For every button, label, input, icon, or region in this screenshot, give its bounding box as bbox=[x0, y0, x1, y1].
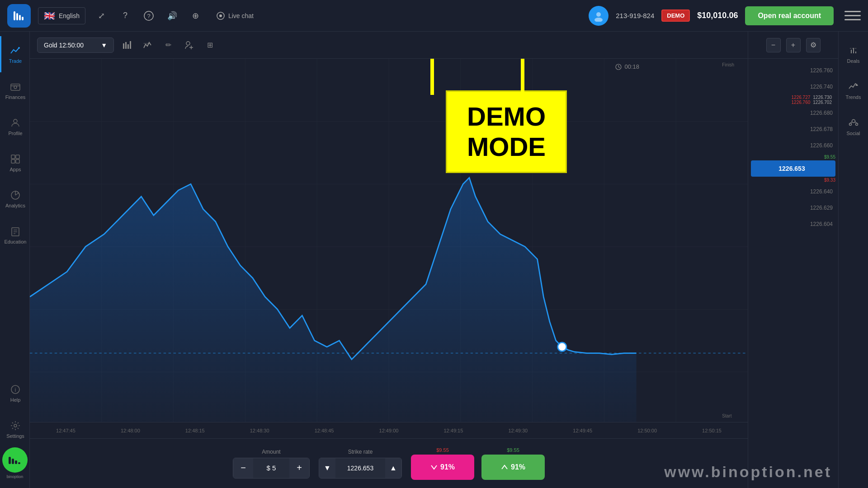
svg-rect-36 bbox=[127, 44, 129, 49]
strike-control: ▼ 1226.653 ▲ bbox=[319, 458, 402, 479]
svg-rect-17 bbox=[11, 160, 15, 163]
strike-rate-label: Strike rate bbox=[319, 449, 402, 455]
binoption-brand: binoption bbox=[7, 474, 24, 479]
strike-section: Strike rate ▼ 1226.653 ▲ bbox=[319, 449, 402, 479]
time-label-1: 12:48:00 bbox=[98, 428, 163, 433]
user-plus-icon[interactable] bbox=[181, 37, 197, 53]
zoom-out-button[interactable]: − bbox=[766, 38, 781, 52]
time-label-7: 12:49:30 bbox=[486, 428, 550, 433]
buy-button[interactable]: 91% bbox=[481, 455, 545, 480]
svg-rect-31 bbox=[12, 459, 14, 464]
chart-container: Gold 12:50:00 ▼ ✏ bbox=[30, 32, 748, 488]
svg-rect-33 bbox=[18, 462, 20, 464]
volume-icon[interactable]: 🔊 bbox=[165, 9, 179, 23]
zoom-in-button[interactable]: + bbox=[786, 38, 801, 52]
svg-point-72 bbox=[855, 123, 858, 125]
price-chart bbox=[30, 59, 748, 422]
price-item-4a: 1226.760 bbox=[792, 100, 811, 105]
chart-timer: 00:18 bbox=[615, 63, 639, 70]
main-layout: Trade Finances Profile Apps bbox=[0, 32, 868, 488]
question-icon[interactable]: ? bbox=[118, 9, 132, 23]
svg-point-71 bbox=[849, 123, 851, 125]
demo-text-line1: DEMO bbox=[467, 102, 546, 132]
svg-rect-32 bbox=[15, 460, 17, 464]
svg-rect-16 bbox=[16, 155, 19, 159]
svg-rect-2 bbox=[19, 15, 21, 20]
sidebar-item-trade[interactable]: Trade bbox=[0, 36, 30, 72]
time-labels: 12:47:45 12:48:00 12:48:15 12:48:30 12:4… bbox=[30, 422, 748, 438]
strike-up-button[interactable]: ▲ bbox=[385, 458, 401, 478]
settings-ring-icon[interactable]: ⊕ bbox=[189, 9, 203, 23]
asset-name: Gold 12:50:00 bbox=[44, 42, 84, 49]
fullscreen-icon[interactable]: ⤢ bbox=[94, 9, 109, 23]
header-icons: ⤢ ? ? 🔊 ⊕ Live chat bbox=[94, 9, 254, 23]
svg-point-7 bbox=[219, 14, 222, 17]
svg-point-14 bbox=[14, 119, 17, 123]
header-right: 213-919-824 DEMO $10,010.06 Open real ac… bbox=[589, 6, 861, 26]
svg-rect-0 bbox=[14, 11, 15, 20]
panel-settings-button[interactable]: ⚙ bbox=[806, 38, 821, 52]
flag-icon: 🇬🇧 bbox=[44, 10, 55, 21]
social-label: Social bbox=[847, 131, 860, 136]
sidebar-item-profile[interactable]: Profile bbox=[0, 108, 30, 145]
price-item-0: 1226.760 bbox=[748, 62, 838, 79]
svg-point-12 bbox=[14, 86, 17, 89]
sidebar-item-education[interactable]: Education bbox=[0, 217, 30, 253]
sidebar-item-settings[interactable]: Settings bbox=[0, 411, 30, 447]
live-chat-button[interactable]: Live chat bbox=[217, 12, 254, 20]
price-item-4b: 1226.702 bbox=[813, 100, 832, 105]
svg-rect-35 bbox=[125, 42, 127, 49]
right-sidebar-item-social[interactable]: Social bbox=[839, 108, 868, 145]
sidebar-item-finances[interactable]: Finances bbox=[0, 72, 30, 108]
sidebar-finances-label: Finances bbox=[5, 94, 26, 100]
bar-chart-icon[interactable] bbox=[118, 37, 135, 53]
sidebar-education-label: Education bbox=[5, 239, 27, 244]
right-panel-controls: − + ⚙ bbox=[748, 32, 838, 59]
sidebar-item-help[interactable]: i Help bbox=[0, 375, 30, 411]
account-id: 213-919-824 bbox=[616, 12, 654, 19]
amount-control: − + bbox=[233, 458, 310, 479]
hamburger-menu[interactable] bbox=[844, 8, 861, 24]
amount-minus-button[interactable]: − bbox=[233, 458, 253, 478]
right-sidebar-item-deals[interactable]: Deals bbox=[839, 36, 868, 72]
right-sidebar-item-trends[interactable]: Trends bbox=[839, 72, 868, 108]
sell-button[interactable]: 91% bbox=[411, 455, 474, 480]
buy-pct: 91% bbox=[511, 463, 525, 471]
open-account-button[interactable]: Open real account bbox=[745, 6, 834, 25]
sell-section: $9.55 91% $9.55 bbox=[411, 447, 545, 480]
pencil-icon[interactable]: ✏ bbox=[160, 37, 176, 53]
svg-text:?: ? bbox=[147, 13, 150, 19]
price-item-2b: 1226.730 bbox=[813, 95, 832, 100]
price-item-8: 1226.660 bbox=[748, 137, 838, 154]
sidebar-analytics-label: Analytics bbox=[5, 203, 25, 208]
payout-buy-label: $9.55 bbox=[481, 447, 545, 453]
amount-plus-button[interactable]: + bbox=[289, 458, 309, 478]
svg-point-8 bbox=[596, 12, 601, 17]
help-icon[interactable]: ? bbox=[142, 9, 156, 23]
demo-text-line2: MODE bbox=[467, 132, 546, 162]
time-label-9: 12:50:00 bbox=[615, 428, 679, 433]
line-chart-icon[interactable] bbox=[139, 37, 156, 53]
amount-input[interactable] bbox=[253, 458, 289, 478]
amount-section: Amount − + bbox=[233, 449, 310, 479]
sidebar-item-analytics[interactable]: Analytics bbox=[0, 181, 30, 217]
svg-point-28 bbox=[14, 424, 17, 427]
grid-icon[interactable]: ⊞ bbox=[202, 37, 218, 53]
language-selector[interactable]: 🇬🇧 English bbox=[38, 7, 85, 24]
sidebar-trade-label: Trade bbox=[9, 58, 22, 64]
asset-selector[interactable]: Gold 12:50:00 ▼ bbox=[37, 38, 114, 53]
price-item-12: 1226.604 bbox=[748, 216, 838, 232]
sidebar-item-apps[interactable]: Apps bbox=[0, 145, 30, 181]
sidebar-profile-label: Profile bbox=[8, 131, 22, 136]
avatar bbox=[589, 6, 609, 26]
binoption-logo-sidebar: binoption bbox=[0, 447, 30, 479]
trends-label: Trends bbox=[846, 94, 861, 100]
start-finish-labels: Finish Start bbox=[722, 59, 734, 422]
svg-line-44 bbox=[618, 67, 620, 68]
chevron-down-icon: ▼ bbox=[101, 42, 107, 49]
time-label-8: 12:49:45 bbox=[550, 428, 615, 433]
arrow-left-icon bbox=[419, 59, 455, 99]
strike-down-button[interactable]: ▼ bbox=[319, 458, 335, 478]
arrow-right-icon bbox=[500, 59, 536, 99]
deals-label: Deals bbox=[847, 58, 859, 64]
